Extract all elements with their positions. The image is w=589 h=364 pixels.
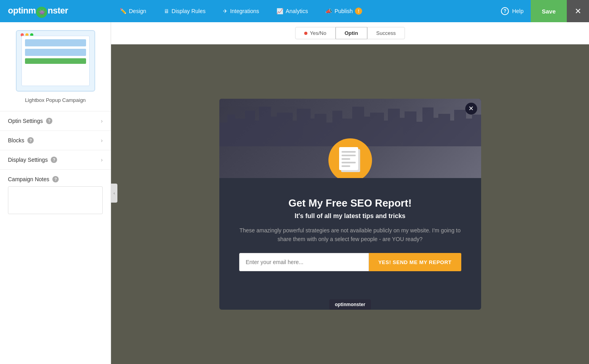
main-layout: Lightbox Popup Campaign Optin Settings ?… [0, 22, 589, 364]
nav-label-analytics: Analytics [286, 8, 308, 14]
nav-label-publish: Publish [334, 8, 353, 14]
svg-rect-3 [233, 119, 247, 146]
sidebar-item-display-settings[interactable]: Display Settings ? › [0, 150, 111, 170]
popup-description: These amazingly powerful strategies are … [239, 226, 461, 244]
svg-rect-10 [297, 109, 311, 146]
popup-form: YES! SEND ME MY REPORT [239, 253, 461, 271]
preview-bar-1 [25, 39, 86, 46]
popup-title: Get My Free SEO Report! [239, 197, 461, 209]
nav-label-design: Design [129, 8, 146, 14]
preview-thumbnail [16, 30, 95, 92]
sidebar-collapse-button[interactable]: ‹ [111, 184, 117, 203]
top-navigation: optinm👾nster ✏️ Design 🖥 Display Rules ✈… [0, 0, 589, 22]
tab-optin[interactable]: Optin [336, 27, 367, 39]
nav-item-analytics[interactable]: 📈 Analytics [268, 0, 317, 22]
nav-item-display-rules[interactable]: 🖥 Display Rules [155, 0, 215, 22]
campaign-notes-header: Campaign Notes ? [8, 176, 103, 182]
tab-success[interactable]: Success [367, 27, 405, 39]
close-nav-button[interactable]: ✕ [567, 0, 589, 22]
branding-text: optinmonster [335, 302, 365, 307]
branding-badge: optinmonster [329, 299, 371, 310]
content-area: Yes/No Optin Success ‹ ✕ [111, 22, 589, 364]
campaign-notes-label: Campaign Notes [8, 176, 49, 182]
doc-line-4 [342, 162, 356, 163]
chevron-right-icon-2: › [101, 137, 103, 144]
popup-branding: optinmonster [219, 299, 481, 310]
campaign-notes-textarea[interactable] [8, 186, 103, 214]
sidebar-menu-left-2: Blocks ? [8, 137, 34, 144]
preview-bar-2 [25, 49, 86, 56]
help-label: Help [512, 8, 524, 14]
sidebar-label-blocks: Blocks [8, 137, 24, 144]
tab-dot-icon [304, 32, 307, 35]
publish-badge: ! [355, 8, 362, 15]
preview-bar-green [25, 58, 86, 64]
doc-lines [342, 151, 356, 169]
publish-icon: 📣 [325, 8, 332, 14]
nav-item-publish[interactable]: 📣 Publish ! [317, 0, 371, 22]
logo-text: optinm👾nster [8, 6, 68, 17]
save-button[interactable]: Save [531, 0, 567, 22]
help-circle-icon-notes: ? [52, 176, 59, 182]
logo-area: optinm👾nster [0, 0, 111, 22]
nav-right: ? Help Save ✕ [494, 0, 589, 22]
canvas-area: ✕ [111, 44, 589, 364]
nav-item-integrations[interactable]: ✈ Integrations [214, 0, 268, 22]
sidebar-label-display-settings: Display Settings [8, 157, 48, 163]
preview-thumb-inner [21, 36, 90, 86]
view-tabs-bar: Yes/No Optin Success [111, 22, 589, 44]
help-circle-icon-3: ? [51, 157, 57, 163]
popup-close-button[interactable]: ✕ [465, 103, 477, 115]
doc-line-3 [342, 158, 350, 160]
monitor-icon: 🖥 [164, 8, 169, 14]
tab-label-optin: Optin [345, 30, 358, 36]
svg-rect-8 [277, 113, 293, 146]
nav-item-design[interactable]: ✏️ Design [111, 0, 155, 22]
tab-yes-no[interactable]: Yes/No [295, 27, 335, 39]
analytics-icon: 📈 [276, 8, 283, 14]
svg-rect-18 [370, 113, 384, 146]
nav-label-integrations: Integrations [230, 8, 259, 14]
svg-rect-30 [472, 115, 481, 146]
popup-modal: ✕ [219, 99, 481, 310]
help-icon: ? [501, 7, 509, 15]
integrations-icon: ✈ [223, 8, 228, 14]
popup-subtitle: It's full of all my latest tips and tric… [239, 213, 461, 220]
logo-monster-icon: 👾 [36, 7, 47, 18]
sidebar-label-optin-settings: Optin Settings [8, 118, 43, 124]
sidebar-item-optin-settings[interactable]: Optin Settings ? › [0, 111, 111, 131]
chevron-right-icon-1: › [101, 118, 103, 124]
doc-line-1 [342, 151, 356, 153]
doc-line-2 [342, 155, 356, 156]
document-icon [339, 147, 361, 173]
tab-label-success: Success [376, 30, 396, 36]
popup-body: Get My Free SEO Report! It's full of all… [219, 178, 481, 293]
close-x-icon: ✕ [468, 105, 474, 112]
help-button[interactable]: ? Help [494, 0, 531, 22]
popup-icon-circle [328, 138, 372, 178]
chevron-right-icon-3: › [101, 157, 103, 163]
help-circle-icon-2: ? [27, 137, 34, 144]
sidebar: Lightbox Popup Campaign Optin Settings ?… [0, 22, 111, 364]
nav-label-display-rules: Display Rules [172, 8, 206, 14]
popup-submit-button[interactable]: YES! SEND ME MY REPORT [369, 253, 461, 271]
campaign-preview: Lightbox Popup Campaign [0, 22, 111, 111]
popup-hero [219, 99, 481, 178]
pencil-icon: ✏️ [120, 8, 127, 14]
tab-label-yes-no: Yes/No [310, 30, 326, 36]
doc-line-5 [342, 165, 350, 167]
doc-front [339, 147, 358, 170]
sidebar-menu-left: Optin Settings ? [8, 118, 52, 124]
nav-items: ✏️ Design 🖥 Display Rules ✈ Integrations… [111, 0, 494, 22]
sidebar-menu-left-3: Display Settings ? [8, 157, 57, 163]
popup-email-input[interactable] [239, 253, 369, 271]
help-circle-icon-1: ? [46, 118, 52, 124]
campaign-name: Lightbox Popup Campaign [25, 97, 86, 103]
campaign-notes-section: Campaign Notes ? [0, 170, 111, 222]
sidebar-item-blocks[interactable]: Blocks ? › [0, 131, 111, 150]
